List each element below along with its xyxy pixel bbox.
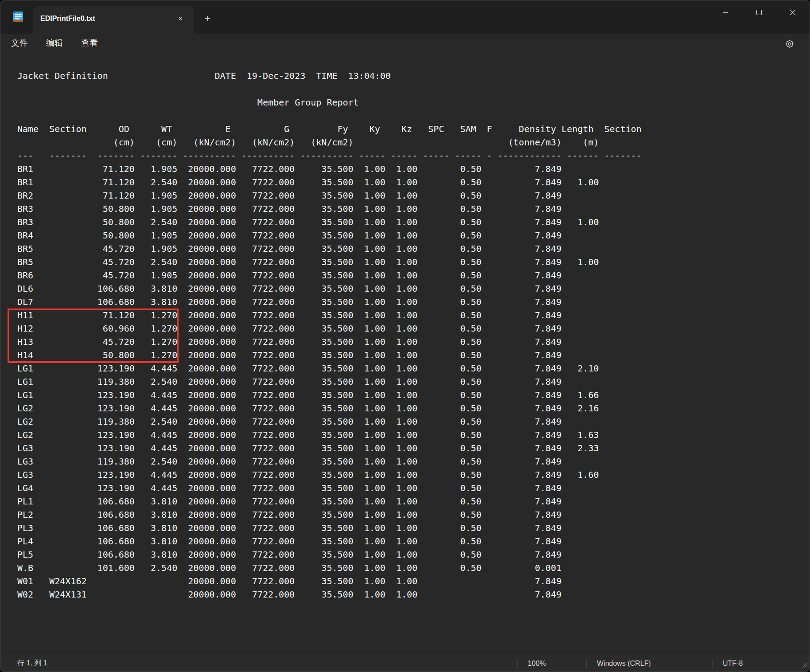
text-editor-area[interactable]: Jacket Definition DATE 19-Dec-2023 TIME … [0, 52, 810, 656]
new-tab-button[interactable]: + [199, 10, 216, 27]
notepad-window: EDIPrintFile0.txt × + 文件 编辑 查看 [0, 0, 810, 672]
menu-view[interactable]: 查看 [81, 37, 98, 49]
tab-title: EDIPrintFile0.txt [40, 15, 173, 23]
cursor-position: 行 1, 列 1 [17, 659, 47, 668]
close-button[interactable] [776, 0, 810, 24]
encoding-indicator[interactable]: UTF-8 [713, 660, 779, 668]
zoom-level[interactable]: 100% [518, 660, 586, 668]
notepad-app-icon [12, 10, 24, 23]
statusbar-right: 100% Windows (CRLF) UTF-8 [517, 655, 787, 672]
line-ending-indicator[interactable]: Windows (CRLF) [587, 660, 712, 668]
titlebar: EDIPrintFile0.txt × + [0, 0, 810, 34]
minimize-button[interactable] [709, 0, 742, 24]
editor-text[interactable]: Jacket Definition DATE 19-Dec-2023 TIME … [0, 52, 810, 601]
caption-buttons [709, 0, 810, 24]
menubar: 文件 编辑 查看 [0, 34, 810, 52]
resize-grip-icon[interactable] [801, 662, 807, 670]
tab-ediprintfile0[interactable]: EDIPrintFile0.txt × [33, 6, 194, 34]
settings-gear-icon[interactable] [782, 36, 797, 51]
menu-file[interactable]: 文件 [11, 37, 28, 49]
maximize-button[interactable] [742, 0, 776, 24]
statusbar: 行 1, 列 1 100% Windows (CRLF) UTF-8 [0, 655, 810, 672]
menu-edit[interactable]: 编辑 [46, 37, 63, 49]
tab-close-icon[interactable]: × [173, 12, 187, 26]
